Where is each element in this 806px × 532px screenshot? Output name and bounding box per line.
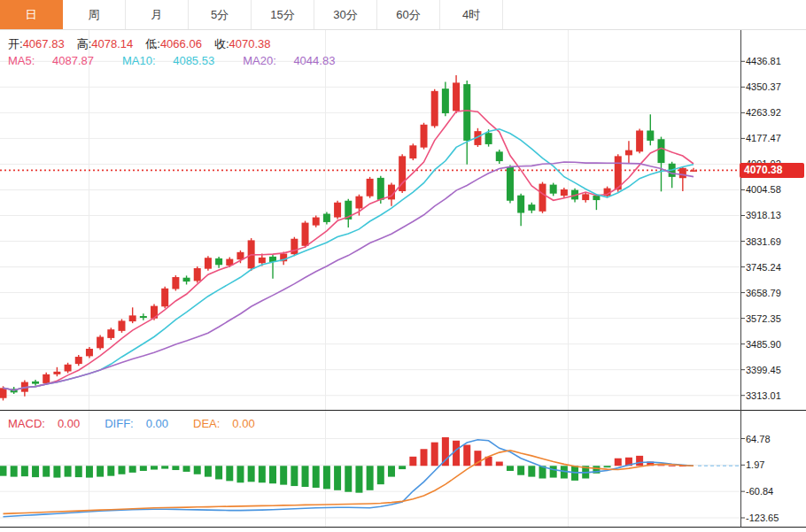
macd-hist-bar xyxy=(496,462,503,466)
tab-month[interactable]: 月 xyxy=(126,0,189,29)
macd-hist-bar xyxy=(236,466,244,482)
macd-value: 0.00 xyxy=(58,417,80,430)
axis-label: 3918.13 xyxy=(746,210,781,220)
tab-day[interactable]: 日 xyxy=(0,0,63,29)
axis-label: 64.78 xyxy=(746,434,771,444)
low-value: 4066.06 xyxy=(160,37,202,50)
candle-body xyxy=(302,223,309,246)
macd-hist-bar xyxy=(313,466,320,488)
macd-hist-bar xyxy=(615,459,622,466)
macd-hist-bar xyxy=(65,466,72,476)
candle-body xyxy=(421,125,428,148)
candle-body xyxy=(107,329,114,338)
diff-label: DIFF: xyxy=(105,417,134,430)
candle-body xyxy=(550,185,557,194)
macd-hist-bar xyxy=(183,466,190,472)
candle-body xyxy=(539,184,546,212)
axis-label: 3831.69 xyxy=(746,236,781,247)
candle-body xyxy=(259,258,266,263)
candle-body xyxy=(625,150,632,156)
ohlc-readout: 开:4067.83高:4078.14低:4066.06收:4070.38 xyxy=(8,36,283,52)
axis-label: 4263.92 xyxy=(746,107,781,118)
macd-hist-bar xyxy=(323,466,330,489)
axis-label: 4350.37 xyxy=(746,81,781,92)
candle-body xyxy=(463,84,470,141)
candle-body xyxy=(65,365,72,372)
macd-hist-bar xyxy=(280,466,287,484)
candle-body xyxy=(431,91,438,127)
tab-60min[interactable]: 60分 xyxy=(377,0,440,29)
macd-hist-bar xyxy=(205,466,212,476)
candle-body xyxy=(517,196,524,213)
candle-body xyxy=(582,194,589,200)
macd-hist-bar xyxy=(194,466,201,474)
axis-label: 3399.45 xyxy=(746,365,781,375)
macd-hist-bar xyxy=(355,466,362,492)
dea-label: DEA: xyxy=(193,417,220,430)
macd-hist-bar xyxy=(453,441,460,466)
macd-hist-bar xyxy=(517,466,524,474)
ma5-line xyxy=(4,111,694,390)
ma10-value: 4085.53 xyxy=(173,54,214,67)
ma20-line xyxy=(4,162,694,390)
candle-body xyxy=(43,374,50,383)
candle-body xyxy=(161,289,168,306)
macd-hist-bar xyxy=(140,466,147,471)
candle-body xyxy=(334,203,341,218)
candle-body xyxy=(323,214,330,222)
candle-body xyxy=(183,278,190,281)
candle-body xyxy=(453,82,460,111)
candle-body xyxy=(485,133,492,144)
dea-value: 0.00 xyxy=(232,417,254,430)
candle-body xyxy=(507,167,514,201)
tab-15min[interactable]: 15分 xyxy=(252,0,314,29)
macd-hist-bar xyxy=(409,457,416,466)
macd-hist-bar xyxy=(75,466,82,477)
axis-label: -123.65 xyxy=(746,513,779,523)
candle-body xyxy=(140,316,147,318)
candle-body xyxy=(528,204,535,211)
macd-hist-bar xyxy=(431,443,438,466)
candle-body xyxy=(636,130,643,151)
tab-week[interactable]: 周 xyxy=(63,0,126,29)
candle-body xyxy=(215,258,222,265)
candlestick-chart-canvas[interactable]: 4436.814350.374263.924177.474091.024004.… xyxy=(0,0,806,532)
ma5-value: 4087.87 xyxy=(52,54,94,67)
tab-5min[interactable]: 5分 xyxy=(189,0,252,29)
axis-label: -60.84 xyxy=(746,486,773,497)
macd-hist-bar xyxy=(528,466,535,476)
macd-hist-bar xyxy=(118,466,125,474)
macd-hist-bar xyxy=(334,466,341,490)
axis-label: 3745.24 xyxy=(746,262,781,273)
macd-hist-bar xyxy=(604,466,611,467)
ma20-value: 4044.83 xyxy=(293,54,335,67)
axis-label: 3313.01 xyxy=(746,390,781,401)
macd-hist-bar xyxy=(636,456,643,466)
macd-hist-bar xyxy=(367,466,374,490)
axis-label: 3658.79 xyxy=(746,288,781,298)
candle-body xyxy=(377,178,384,200)
high-label: 高: xyxy=(77,37,92,50)
macd-hist-bar xyxy=(97,466,104,476)
high-value: 4078.14 xyxy=(91,37,133,50)
candle-body xyxy=(647,130,654,140)
macd-hist-bar xyxy=(172,466,179,470)
ma5-label: MA5: xyxy=(8,54,35,67)
candle-body xyxy=(53,372,60,374)
candle-body xyxy=(690,170,697,172)
macd-hist-bar xyxy=(291,466,298,486)
macd-hist-bar xyxy=(151,466,158,469)
tab-30min[interactable]: 30分 xyxy=(314,0,377,29)
tab-4hour[interactable]: 4时 xyxy=(440,0,503,29)
candle-body xyxy=(118,320,125,330)
macd-hist-bar xyxy=(215,466,222,479)
macd-hist-bar xyxy=(32,466,39,477)
macd-hist-bar xyxy=(226,466,233,481)
macd-hist-bar xyxy=(669,466,676,466)
candle-body xyxy=(129,315,136,321)
candle-body xyxy=(442,89,449,113)
ma10-label: MA10: xyxy=(122,54,156,67)
macd-hist-bar xyxy=(21,466,28,476)
macd-hist-bar xyxy=(248,466,255,482)
candle-body xyxy=(409,145,416,158)
